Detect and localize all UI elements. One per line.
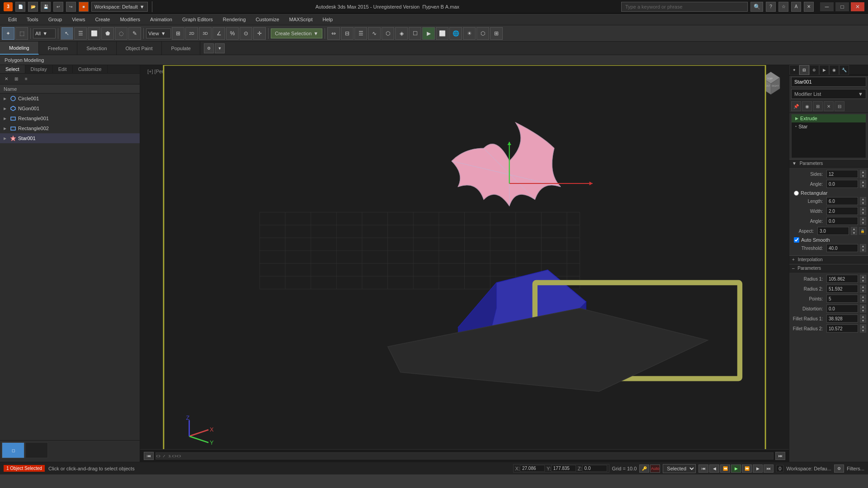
rectangular-radio[interactable] [794, 191, 799, 196]
rect-select-btn[interactable]: ⬜ [88, 27, 100, 40]
go-end-btn[interactable]: ⏭ [764, 465, 774, 473]
points-down-btn[interactable]: ▼ [860, 299, 866, 303]
lasso-select-btn[interactable]: ◌ [115, 27, 127, 40]
frame-counter[interactable]: 0 [776, 465, 783, 472]
layer-btn[interactable]: ☰ [354, 27, 367, 40]
align-btn[interactable]: ⊟ [341, 27, 354, 40]
search-box[interactable]: Type a keyword or phrase [621, 2, 748, 12]
fillet-r1-down-btn[interactable]: ▼ [860, 319, 866, 323]
modify-tab-btn[interactable]: ⊟ [799, 65, 809, 75]
save-btn[interactable]: 💾 [41, 2, 51, 12]
render-to-texture-btn[interactable]: ⬡ [476, 27, 489, 40]
radius2-up-btn[interactable]: ▲ [860, 285, 866, 289]
radius1-input[interactable] [826, 275, 858, 283]
configure-btn[interactable]: ⊟ [835, 101, 844, 111]
tree-item-rectangle001[interactable]: ▶ Rectangle001 [0, 113, 140, 123]
radius1-down-btn[interactable]: ▼ [860, 279, 866, 283]
menu-views[interactable]: Views [67, 14, 90, 25]
render-scene-btn[interactable]: ☐ [409, 27, 421, 40]
tree-item-ngon001[interactable]: ▶ NGon001 [0, 103, 140, 113]
auto-smooth-checkbox[interactable] [794, 237, 799, 243]
undo-btn[interactable]: ↩ [53, 2, 63, 12]
render-setup-btn[interactable]: ■ [79, 2, 89, 12]
pin-stack-btn[interactable]: 📌 [791, 101, 801, 111]
make-unique-btn[interactable]: ⊞ [813, 101, 823, 111]
points-input[interactable] [826, 295, 858, 303]
curve-editor-btn[interactable]: ∿ [368, 27, 381, 40]
material-editor-btn[interactable]: ◈ [395, 27, 408, 40]
angle-down-btn[interactable]: ▼ [860, 184, 866, 188]
sides-input[interactable] [826, 170, 858, 178]
menu-create[interactable]: Create [90, 14, 114, 25]
width-up-btn[interactable]: ▲ [860, 207, 866, 211]
params-section-header[interactable]: – Parameters [789, 264, 868, 272]
fillet-r2-down-btn[interactable]: ▼ [860, 328, 866, 333]
angle-input[interactable] [826, 180, 858, 188]
scene-tab-display[interactable]: Display [25, 65, 53, 73]
threshold-input[interactable] [826, 244, 858, 252]
key-mode-btn[interactable]: 🔑 [639, 465, 649, 473]
move-btn[interactable]: ✛ [253, 27, 266, 40]
scene-tab-select[interactable]: Select [0, 65, 25, 73]
menu-animation[interactable]: Animation [146, 14, 177, 25]
angle-up-btn[interactable]: ▲ [860, 180, 866, 184]
go-start-btn[interactable]: ⏮ [698, 465, 708, 473]
paint-select-btn[interactable]: ✎ [128, 27, 141, 40]
snap-angle-btn[interactable]: ∠ [212, 27, 225, 40]
tree-item-rectangle002[interactable]: ▶ Rectangle002 [0, 123, 140, 133]
mode-settings-btn[interactable]: ⚙ [204, 43, 214, 53]
select-name-btn[interactable]: ☰ [74, 27, 87, 40]
aspect-input[interactable] [817, 227, 849, 235]
prev-frame-btn[interactable]: ⏮ [144, 452, 154, 460]
menu-maxscript[interactable]: MAXScript [285, 14, 317, 25]
width-input[interactable] [826, 207, 858, 215]
minimize-btn[interactable]: ─ [820, 2, 834, 11]
remove-modifier-btn[interactable]: ✕ [824, 101, 834, 111]
redo-btn[interactable]: ↪ [66, 2, 76, 12]
view2-btn[interactable] [25, 442, 48, 458]
scene-close-btn[interactable]: ✕ [2, 75, 11, 83]
create-tab-btn[interactable]: ✦ [789, 65, 799, 75]
modifier-star[interactable]: • Star [792, 122, 866, 131]
star-btn[interactable]: ☆ [778, 2, 788, 12]
threshold-up-btn[interactable]: ▲ [860, 244, 866, 248]
aspect-down-btn[interactable]: ▼ [851, 231, 857, 235]
width-down-btn[interactable]: ▼ [860, 211, 866, 215]
tree-item-star001[interactable]: ▶ Star001 [0, 133, 140, 143]
menu-group[interactable]: Group [44, 14, 67, 25]
select-btn[interactable]: ✦ [2, 27, 14, 40]
modifier-list-dropdown[interactable]: Modifier List ▼ [791, 89, 866, 99]
new-btn[interactable]: 📄 [15, 2, 25, 12]
angle2-down-btn[interactable]: ▼ [860, 221, 866, 225]
close-help-btn[interactable]: ✕ [804, 2, 814, 12]
view-toggle-btn[interactable]: ◻ [2, 442, 24, 458]
create-selection-btn[interactable]: Create Selection▼ [271, 28, 322, 38]
radius1-up-btn[interactable]: ▲ [860, 275, 866, 279]
prev-frame-btn2[interactable]: ⏪ [720, 465, 730, 473]
length-down-btn[interactable]: ▼ [860, 201, 866, 205]
show-end-result-btn[interactable]: ◉ [802, 101, 812, 111]
auto-key-btn[interactable]: Auto [650, 465, 660, 473]
snap-percent-btn[interactable]: % [226, 27, 239, 40]
tab-populate[interactable]: Populate [162, 42, 200, 55]
motion-tab-btn[interactable]: ▶ [819, 65, 829, 75]
scene-filter-btn[interactable]: ⊞ [12, 75, 21, 83]
distortion-up-btn[interactable]: ▲ [860, 305, 866, 309]
threshold-down-btn[interactable]: ▼ [860, 248, 866, 252]
snap-3d-btn[interactable]: 3D [199, 27, 212, 40]
search-icon[interactable]: 🔍 [750, 2, 763, 12]
env-effects-btn[interactable]: 🌐 [449, 27, 462, 40]
open-btn[interactable]: 📂 [28, 2, 38, 12]
tab-selection[interactable]: Selection [77, 42, 116, 55]
next-frame-btn[interactable]: ⏭ [775, 452, 785, 460]
select-region-btn[interactable]: ⬚ [15, 27, 28, 40]
distortion-down-btn[interactable]: ▼ [860, 309, 866, 313]
distortion-input[interactable] [826, 305, 858, 313]
angle2-input[interactable] [826, 217, 858, 225]
settings-mini-btn[interactable]: ⚙ [834, 465, 844, 473]
scene-options-btn[interactable]: ≡ [22, 75, 31, 83]
menu-graph-editors[interactable]: Graph Editors [178, 14, 217, 25]
display-tab-btn[interactable]: ◉ [829, 65, 839, 75]
object-name-field[interactable] [791, 77, 866, 87]
close-btn[interactable]: ✕ [851, 2, 864, 11]
